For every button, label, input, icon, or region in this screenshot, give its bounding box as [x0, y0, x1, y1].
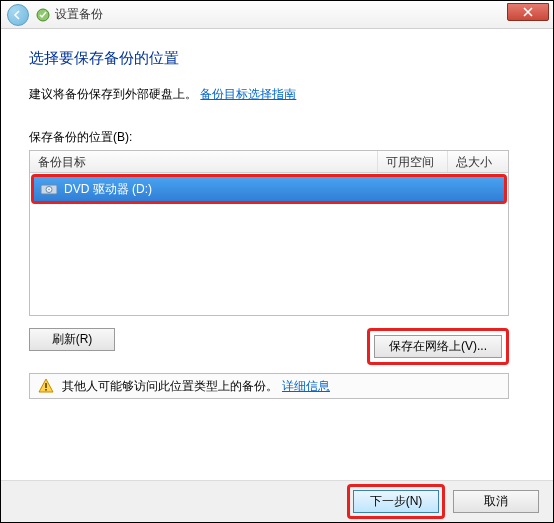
titlebar: 设置备份: [1, 1, 553, 29]
refresh-button[interactable]: 刷新(R): [29, 328, 115, 351]
next-button[interactable]: 下一步(N): [353, 490, 439, 513]
col-target[interactable]: 备份目标: [30, 151, 378, 172]
advice-link[interactable]: 备份目标选择指南: [200, 87, 296, 101]
table-row[interactable]: DVD 驱动器 (D:): [34, 177, 504, 201]
footer: 下一步(N) 取消: [1, 480, 553, 522]
warning-text: 其他人可能够访问此位置类型上的备份。: [62, 378, 278, 395]
highlight-selected-row: DVD 驱动器 (D:): [31, 174, 507, 204]
content-area: 选择要保存备份的位置 建议将备份保存到外部硬盘上。 备份目标选择指南 保存备份的…: [1, 29, 553, 399]
advice-text-row: 建议将备份保存到外部硬盘上。 备份目标选择指南: [29, 86, 525, 103]
warning-icon: [38, 378, 54, 394]
svg-rect-4: [45, 383, 47, 388]
location-label: 保存备份的位置(B):: [29, 129, 525, 146]
page-heading: 选择要保存备份的位置: [29, 49, 525, 68]
col-total[interactable]: 总大小: [448, 151, 508, 172]
close-button[interactable]: [507, 3, 549, 21]
location-table: 备份目标 可用空间 总大小 DVD 驱动器 (D:): [29, 150, 509, 316]
arrow-left-icon: [12, 9, 24, 21]
table-header: 备份目标 可用空间 总大小: [30, 151, 508, 173]
dvd-drive-icon: [40, 182, 58, 196]
save-on-network-button[interactable]: 保存在网络上(V)...: [374, 335, 502, 358]
back-button[interactable]: [7, 4, 29, 26]
backup-icon: [35, 7, 51, 23]
button-row: 刷新(R) 保存在网络上(V)...: [29, 328, 509, 365]
col-available[interactable]: 可用空间: [378, 151, 448, 172]
warning-link[interactable]: 详细信息: [282, 378, 330, 395]
svg-rect-5: [45, 389, 47, 391]
advice-text: 建议将备份保存到外部硬盘上。: [29, 87, 197, 101]
row-name: DVD 驱动器 (D:): [64, 181, 152, 198]
highlight-next-button: 下一步(N): [347, 484, 445, 519]
close-icon: [523, 7, 533, 17]
window-title: 设置备份: [55, 6, 103, 23]
highlight-network-button: 保存在网络上(V)...: [367, 328, 509, 365]
cancel-button[interactable]: 取消: [453, 490, 539, 513]
warning-box: 其他人可能够访问此位置类型上的备份。 详细信息: [29, 373, 509, 399]
svg-point-3: [48, 189, 50, 191]
